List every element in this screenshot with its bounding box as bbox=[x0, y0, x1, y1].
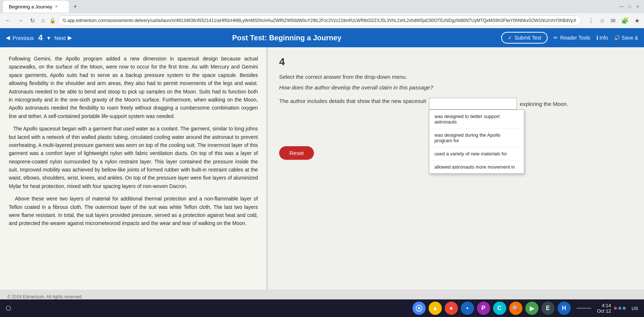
dropdown-option-item-1[interactable]: was designed to better support astronaut… bbox=[429, 110, 524, 129]
share-button[interactable]: ⋮ bbox=[586, 16, 595, 26]
star-button[interactable]: ★ bbox=[633, 16, 641, 26]
taskbar-indicators bbox=[614, 307, 626, 310]
passage-text: Following Gemini, the Apollo program add… bbox=[9, 55, 258, 228]
app-header: ◀ Previous 4 ▾ Next ▶ Post Test: Beginni… bbox=[0, 28, 644, 47]
active-tab[interactable]: Beginning a Journey × bbox=[3, 1, 69, 12]
bookmark-button[interactable]: ☆ bbox=[598, 16, 606, 26]
previous-button[interactable]: ◀ Previous bbox=[6, 34, 34, 41]
taskbar-search-icon[interactable]: 🔍 bbox=[509, 302, 522, 315]
taskbar-circle-indicator bbox=[6, 306, 11, 311]
passage-paragraph-1: Following Gemini, the Apollo program add… bbox=[9, 55, 258, 120]
question-text: How does the author develop the overall … bbox=[279, 84, 632, 91]
question-instruction: Select the correct answer from the drop-… bbox=[279, 74, 632, 80]
tab-label: Beginning a Journey bbox=[9, 4, 52, 10]
browser-actions: ⋮ ☆ ✉ 🧩 ★ bbox=[586, 16, 641, 26]
page-number: 4 bbox=[38, 33, 42, 43]
taskbar-p-icon[interactable]: P bbox=[477, 302, 490, 315]
question-number: 4 bbox=[279, 56, 632, 68]
save-icon: 🔊 bbox=[614, 35, 620, 41]
taskbar-apps: ▲ ● ▪ P C 🔍 ▶ E H bbox=[412, 302, 571, 315]
prev-arrow-icon: ◀ bbox=[6, 34, 10, 41]
extensions-button[interactable]: 🧩 bbox=[620, 16, 630, 26]
info-circle-icon: ℹ bbox=[596, 35, 598, 41]
window-minimize-btn[interactable]: — bbox=[618, 3, 625, 10]
submit-test-label: Submit Test bbox=[514, 35, 541, 41]
window-close-btn[interactable]: × bbox=[634, 3, 641, 10]
header-actions: ✓ Submit Test ✏ Reader Tools ℹ Info 🔊 Sa… bbox=[501, 32, 638, 44]
passage-paragraph-2: The Apollo spacesuit began with a garmen… bbox=[9, 125, 258, 190]
answer-dropdown-container[interactable]: was designed to better support astronaut… bbox=[429, 98, 517, 110]
address-bar-row: ← → ↻ ⌂ 🔒 ⋮ ☆ ✉ 🧩 ★ bbox=[0, 13, 644, 28]
indicator-dot-3 bbox=[623, 307, 626, 310]
info-button[interactable]: ℹ Info bbox=[596, 35, 608, 41]
question-panel: 4 Select the correct answer from the dro… bbox=[267, 47, 644, 290]
page-dropdown-icon[interactable]: ▾ bbox=[47, 34, 50, 41]
taskbar-chrome-icon[interactable] bbox=[412, 302, 426, 315]
locale-label: US bbox=[632, 306, 638, 311]
taskbar-drive-icon[interactable]: ▲ bbox=[429, 302, 442, 315]
answer-prefix: The author includes details that show th… bbox=[279, 98, 426, 104]
previous-label: Previous bbox=[12, 35, 34, 41]
reading-passage-panel: Following Gemini, the Apollo program add… bbox=[0, 47, 267, 290]
indicator-dot-1 bbox=[614, 307, 617, 310]
indicator-dot-2 bbox=[618, 307, 621, 310]
reader-tools-label: Reader Tools bbox=[560, 35, 590, 41]
taskbar-time-display: 4:14 bbox=[597, 303, 611, 308]
answer-suffix: exploring the Moon. bbox=[520, 101, 568, 107]
next-arrow-icon: ▶ bbox=[68, 34, 72, 41]
tab-bar: Beginning a Journey × + — □ × bbox=[0, 0, 644, 13]
wand-icon: ✏ bbox=[554, 35, 558, 41]
profile-button[interactable]: ✉ bbox=[609, 16, 617, 26]
taskbar-e-icon[interactable]: E bbox=[541, 302, 555, 315]
taskbar-slides-icon[interactable]: ▪ bbox=[461, 302, 474, 315]
submit-check-icon: ✓ bbox=[508, 35, 512, 41]
address-input[interactable] bbox=[58, 15, 581, 26]
answer-dropdown[interactable]: was designed to better support astronaut… bbox=[429, 98, 517, 110]
save-label: Save & bbox=[622, 35, 638, 41]
dropdown-option-item-2[interactable]: was designed during the Apollo program f… bbox=[429, 129, 524, 147]
submit-test-button[interactable]: ✓ Submit Test bbox=[501, 32, 548, 44]
back-button[interactable]: ← bbox=[3, 16, 13, 25]
next-button[interactable]: Next ▶ bbox=[55, 34, 73, 41]
taskbar: ▲ ● ▪ P C 🔍 ▶ E H 4:14 Oct 12 US bbox=[0, 299, 644, 317]
taskbar-c-icon[interactable]: C bbox=[493, 302, 506, 315]
info-label: Info bbox=[600, 35, 608, 41]
new-tab-button[interactable]: + bbox=[70, 1, 80, 12]
reader-tools-button[interactable]: ✏ Reader Tools bbox=[554, 35, 590, 41]
taskbar-date-display: Oct 12 bbox=[597, 308, 611, 314]
taskbar-play-icon[interactable]: ▶ bbox=[525, 302, 538, 315]
copyright-text: © 2024 Edmentum. All rights reserved. bbox=[7, 294, 83, 299]
home-button[interactable]: ⌂ bbox=[39, 16, 47, 25]
tab-close-btn[interactable]: × bbox=[55, 4, 58, 9]
main-content: Following Gemini, the Apollo program add… bbox=[0, 47, 644, 290]
refresh-button[interactable]: ↻ bbox=[28, 16, 37, 26]
browser-chrome: Beginning a Journey × + — □ × ← → ↻ ⌂ 🔒 … bbox=[0, 0, 644, 28]
page-title: Post Test: Beginning a Journey bbox=[77, 34, 497, 42]
answer-sentence: The author includes details that show th… bbox=[279, 98, 632, 110]
svg-point-0 bbox=[418, 307, 420, 310]
dropdown-option-item-4[interactable]: allowed astronauts more movement in bbox=[429, 161, 524, 173]
taskbar-separator bbox=[577, 308, 591, 309]
window-controls: — □ × bbox=[618, 3, 641, 10]
save-button[interactable]: 🔊 Save & bbox=[614, 35, 638, 41]
window-maximize-btn[interactable]: □ bbox=[626, 3, 633, 10]
dropdown-option-item-3[interactable]: used a variety of new materials for bbox=[429, 147, 524, 161]
dropdown-options-list[interactable]: was designed to better support astronaut… bbox=[429, 110, 524, 174]
taskbar-h-icon[interactable]: H bbox=[558, 302, 571, 315]
taskbar-meet-icon[interactable]: ● bbox=[445, 302, 458, 315]
next-label: Next bbox=[55, 35, 66, 41]
reset-button[interactable]: Reset bbox=[279, 146, 314, 160]
passage-paragraph-3: Above these were two layers of material … bbox=[9, 195, 258, 228]
taskbar-datetime: 4:14 Oct 12 bbox=[597, 303, 611, 314]
forward-button[interactable]: → bbox=[15, 16, 26, 25]
